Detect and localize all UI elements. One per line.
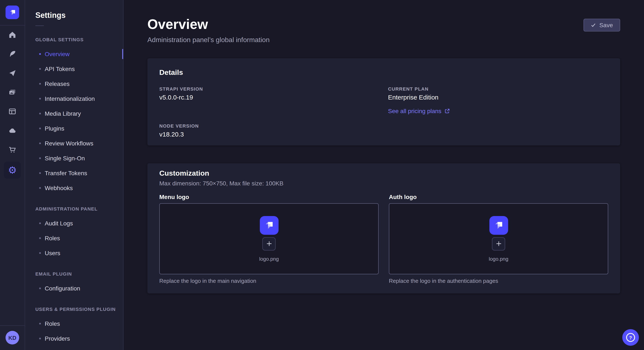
section-users-permissions-plugin: USERS & PERMISSIONS PLUGIN Roles Provide… xyxy=(25,307,123,346)
sidebar-item-admin-roles[interactable]: Roles xyxy=(25,230,123,245)
sidebar-item-webhooks[interactable]: Webhooks xyxy=(25,180,123,195)
pricing-plans-link[interactable]: See all pricing plans xyxy=(388,108,450,114)
sidebar-item-up-providers[interactable]: Providers xyxy=(25,331,123,346)
plus-icon xyxy=(495,240,502,247)
active-indicator xyxy=(122,49,124,59)
bullet-icon xyxy=(39,338,41,339)
strapi-logo-icon xyxy=(493,220,504,231)
save-button[interactable]: Save xyxy=(584,19,620,31)
page-title: Overview xyxy=(147,17,270,32)
marketplace-cart-icon[interactable] xyxy=(8,146,16,154)
divider xyxy=(35,25,44,26)
add-logo-button[interactable] xyxy=(262,237,276,250)
customization-card: Customization Max dimension: 750×750, Ma… xyxy=(147,163,620,293)
logo-filename: logo.png xyxy=(259,256,279,262)
bullet-icon xyxy=(39,68,41,70)
settings-gear-icon[interactable]: ⚙ xyxy=(4,162,21,178)
bullet-icon xyxy=(39,172,41,174)
menu-logo-upload-zone[interactable]: logo.png xyxy=(159,203,379,274)
bullet-icon xyxy=(39,252,41,254)
current-plan-field: CURRENT PLAN Enterprise Edition See all … xyxy=(388,86,608,115)
upload-label: Auth logo xyxy=(389,193,608,200)
field-label: CURRENT PLAN xyxy=(388,86,608,91)
sidebar-item-email-configuration[interactable]: Configuration xyxy=(25,281,123,296)
upload-description: Replace the logo in the authentication p… xyxy=(389,278,608,284)
sidebar-item-internationalization[interactable]: Internationalization xyxy=(25,91,123,106)
rail-bottom: KD xyxy=(0,319,25,350)
main-nav-rail: ⚙ KD xyxy=(0,0,25,350)
menu-logo-block: Menu logo logo.png xyxy=(159,193,379,284)
main-content: Overview Administration panel’s global i… xyxy=(124,0,644,350)
strapi-admin-settings: ⚙ KD Settings GLOBAL SETTINGS Overview A… xyxy=(0,0,644,350)
media-library-icon[interactable] xyxy=(8,88,16,97)
sidebar-item-releases[interactable]: Releases xyxy=(25,76,123,91)
settings-sidebar: Settings GLOBAL SETTINGS Overview API To… xyxy=(25,0,124,350)
details-card: Details STRAPI VERSION v5.0.0-rc.19 CURR… xyxy=(147,58,620,146)
help-button[interactable]: ? xyxy=(622,329,639,346)
field-value: v18.20.3 xyxy=(159,131,380,138)
strapi-logo-icon xyxy=(264,220,274,231)
customization-constraints: Max dimension: 750×750, Max file size: 1… xyxy=(159,180,608,187)
strapi-version-field: STRAPI VERSION v5.0.0-rc.19 xyxy=(159,86,380,115)
layout-panel-icon[interactable] xyxy=(8,107,16,116)
bullet-icon xyxy=(39,113,41,114)
bullet-icon xyxy=(39,237,41,239)
auth-logo-upload-zone[interactable]: logo.png xyxy=(389,203,608,274)
content-type-builder-feather-icon[interactable] xyxy=(8,50,16,58)
external-link-icon xyxy=(445,108,450,114)
section-label: ADMINISTRATION PANEL xyxy=(35,206,123,211)
section-label: EMAIL PLUGIN xyxy=(35,271,123,276)
field-value: Enterprise Edition xyxy=(388,94,608,101)
node-version-field: NODE VERSION v18.20.3 xyxy=(159,123,380,138)
section-global-settings: GLOBAL SETTINGS Overview API Tokens Rele… xyxy=(25,37,123,195)
upload-description: Replace the logo in the main navigation xyxy=(159,278,379,284)
section-label: GLOBAL SETTINGS xyxy=(35,37,123,42)
bullet-icon xyxy=(39,157,41,159)
details-heading: Details xyxy=(159,68,608,77)
upload-label: Menu logo xyxy=(159,193,379,200)
check-icon xyxy=(591,22,596,28)
bullet-icon xyxy=(39,98,41,99)
divider xyxy=(0,325,25,326)
sidebar-item-single-sign-on[interactable]: Single Sign-On xyxy=(25,151,123,166)
section-administration-panel: ADMINISTRATION PANEL Audit Logs Roles Us… xyxy=(25,206,123,260)
sidebar-item-audit-logs[interactable]: Audit Logs xyxy=(25,216,123,230)
sidebar-item-transfer-tokens[interactable]: Transfer Tokens xyxy=(25,166,123,180)
auth-logo-block: Auth logo logo.png xyxy=(389,193,608,284)
strapi-logo[interactable] xyxy=(6,5,19,19)
sidebar-item-api-tokens[interactable]: API Tokens xyxy=(25,61,123,76)
bullet-icon xyxy=(39,127,41,129)
strapi-logo-icon xyxy=(8,8,16,16)
sidebar-item-up-roles[interactable]: Roles xyxy=(25,316,123,331)
bullet-icon xyxy=(39,222,41,224)
add-logo-button[interactable] xyxy=(492,237,505,250)
home-icon[interactable] xyxy=(8,31,16,39)
section-label: USERS & PERMISSIONS PLUGIN xyxy=(35,307,123,312)
page-header: Overview Administration panel’s global i… xyxy=(147,17,620,44)
auth-logo-preview xyxy=(489,216,508,234)
field-value: v5.0.0-rc.19 xyxy=(159,94,380,101)
sidebar-item-admin-users[interactable]: Users xyxy=(25,245,123,260)
sidebar-title: Settings xyxy=(35,11,123,20)
bullet-icon xyxy=(39,83,41,84)
bullet-icon xyxy=(39,187,41,189)
sidebar-item-review-workflows[interactable]: Review Workflows xyxy=(25,136,123,151)
customization-heading: Customization xyxy=(159,169,608,178)
question-mark-icon: ? xyxy=(626,333,635,342)
divider xyxy=(0,25,25,25)
menu-logo-preview xyxy=(260,216,278,234)
user-avatar[interactable]: KD xyxy=(6,331,19,345)
bullet-icon xyxy=(39,323,41,324)
page-subtitle: Administration panel’s global informatio… xyxy=(147,36,270,44)
field-label: NODE VERSION xyxy=(159,123,380,128)
cloud-icon[interactable] xyxy=(8,126,16,135)
bullet-icon xyxy=(39,53,41,55)
sidebar-item-overview[interactable]: Overview xyxy=(25,46,123,61)
bullet-icon xyxy=(39,287,41,289)
bullet-icon xyxy=(39,142,41,144)
paper-plane-icon[interactable] xyxy=(8,69,16,77)
plus-icon xyxy=(266,240,272,247)
sidebar-item-media-library[interactable]: Media Library xyxy=(25,106,123,121)
sidebar-item-plugins[interactable]: Plugins xyxy=(25,121,123,136)
section-email-plugin: EMAIL PLUGIN Configuration xyxy=(25,271,123,296)
